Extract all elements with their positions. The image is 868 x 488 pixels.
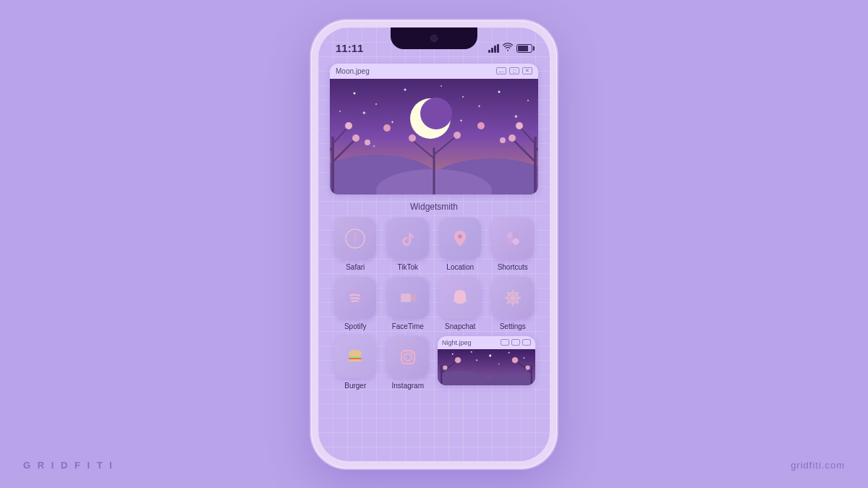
svg-point-80 (526, 365, 530, 369)
burger-label: Burger (344, 382, 366, 390)
spotify-icon (334, 277, 376, 319)
svg-point-31 (509, 134, 516, 142)
svg-point-56 (510, 295, 516, 301)
svg-point-67 (471, 351, 472, 352)
tiktok-icon (387, 218, 429, 260)
battery-icon (516, 44, 532, 53)
svg-rect-61 (349, 359, 362, 361)
svg-point-1 (354, 92, 356, 94)
svg-marker-47 (354, 239, 357, 246)
svg-point-58 (349, 350, 362, 357)
app-location[interactable]: Location (438, 218, 483, 271)
shortcuts-label: Shortcuts (498, 263, 528, 271)
svg-point-24 (352, 134, 359, 142)
location-label: Location (446, 263, 474, 271)
svg-point-2 (375, 103, 377, 105)
svg-point-25 (345, 122, 352, 129)
svg-point-5 (498, 90, 501, 93)
night-maximize[interactable] (511, 339, 520, 346)
phone-screen: 11:11 (318, 27, 550, 461)
signal-icon (488, 44, 499, 53)
app-shortcuts[interactable]: Shortcuts (490, 218, 536, 271)
shortcuts-icon (492, 218, 534, 260)
night-scene: ✦ ✦ (438, 349, 535, 385)
close-btn[interactable]: ✕ (522, 67, 532, 74)
app-spotify[interactable]: Spotify (333, 277, 378, 330)
svg-point-7 (441, 85, 442, 87)
svg-point-70 (523, 356, 524, 358)
night-titlebar: Night.jpeg (438, 336, 535, 349)
instagram-icon (387, 336, 429, 378)
svg-point-6 (527, 100, 529, 101)
svg-point-41 (500, 137, 506, 143)
svg-point-40 (365, 140, 370, 145)
svg-point-69 (509, 351, 510, 353)
screen-content: Moon.jpeg — □ ✕ (318, 59, 550, 397)
svg-point-48 (458, 234, 462, 239)
notch (391, 27, 477, 49)
svg-point-8 (339, 111, 341, 112)
svg-point-75 (455, 356, 461, 362)
minimize-btn[interactable]: — (496, 67, 506, 74)
svg-text:✦: ✦ (373, 144, 375, 148)
app-snapchat[interactable]: Snapchat (438, 277, 483, 330)
svg-rect-54 (401, 294, 411, 302)
snapchat-label: Snapchat (445, 322, 475, 330)
app-safari[interactable]: Safari (333, 218, 378, 271)
moon-widget[interactable]: Moon.jpeg — □ ✕ (330, 64, 538, 194)
svg-text:✦: ✦ (362, 110, 367, 116)
svg-point-76 (443, 365, 447, 369)
svg-point-15 (420, 98, 452, 129)
maximize-btn[interactable]: □ (509, 67, 519, 74)
brand-right: gridfiti.com (791, 460, 845, 471)
spotify-label: Spotify (344, 322, 367, 330)
svg-text:✦: ✦ (477, 104, 481, 108)
svg-text:✦: ✦ (475, 358, 478, 362)
night-widget[interactable]: Night.jpeg (438, 336, 535, 385)
svg-point-38 (409, 134, 416, 142)
location-icon (439, 218, 481, 260)
svg-point-79 (512, 356, 518, 362)
night-title: Night.jpeg (442, 339, 472, 346)
app-tiktok[interactable]: TikTok (386, 218, 431, 271)
widgetsmith-label: Widgetsmith (330, 202, 538, 212)
safari-label: Safari (346, 263, 365, 271)
app-settings[interactable]: Settings (490, 277, 536, 330)
svg-text:✦: ✦ (459, 119, 463, 123)
settings-label: Settings (500, 322, 526, 330)
svg-point-39 (454, 132, 461, 139)
svg-text:✦: ✦ (514, 114, 519, 120)
app-grid-row1: Safari TikTok (330, 218, 538, 271)
svg-point-63 (404, 354, 412, 361)
svg-point-64 (411, 351, 413, 354)
night-controls (501, 339, 531, 346)
app-burger[interactable]: Burger (333, 336, 378, 390)
svg-point-36 (383, 124, 391, 132)
app-instagram[interactable]: Instagram (386, 336, 431, 390)
safari-icon (334, 218, 376, 260)
settings-icon (492, 277, 534, 319)
tiktok-label: TikTok (397, 263, 418, 271)
svg-point-4 (462, 96, 464, 98)
moon-scene: ✦ ✦ ✦ ✦ (330, 79, 538, 194)
wifi-icon (503, 43, 513, 53)
status-icons (488, 43, 532, 53)
brand-left: G R I D F I T I (23, 460, 114, 471)
app-facetime[interactable]: FaceTime (386, 277, 431, 330)
night-minimize[interactable] (501, 339, 509, 346)
svg-point-32 (516, 122, 523, 129)
svg-rect-60 (349, 358, 362, 359)
facetime-label: FaceTime (392, 322, 424, 330)
night-close[interactable] (522, 339, 531, 346)
notch-camera (430, 35, 438, 42)
bottom-row: Burger Instagram N (330, 336, 538, 390)
window-title: Moon.jpeg (336, 67, 370, 75)
burger-icon (334, 336, 376, 378)
phone-shell: 11:11 (311, 20, 557, 468)
svg-point-66 (452, 353, 454, 354)
svg-point-37 (477, 122, 485, 129)
svg-point-3 (404, 88, 407, 90)
facetime-icon (387, 277, 429, 319)
window-titlebar: Moon.jpeg — □ ✕ (330, 64, 538, 79)
window-controls: — □ ✕ (496, 67, 532, 74)
